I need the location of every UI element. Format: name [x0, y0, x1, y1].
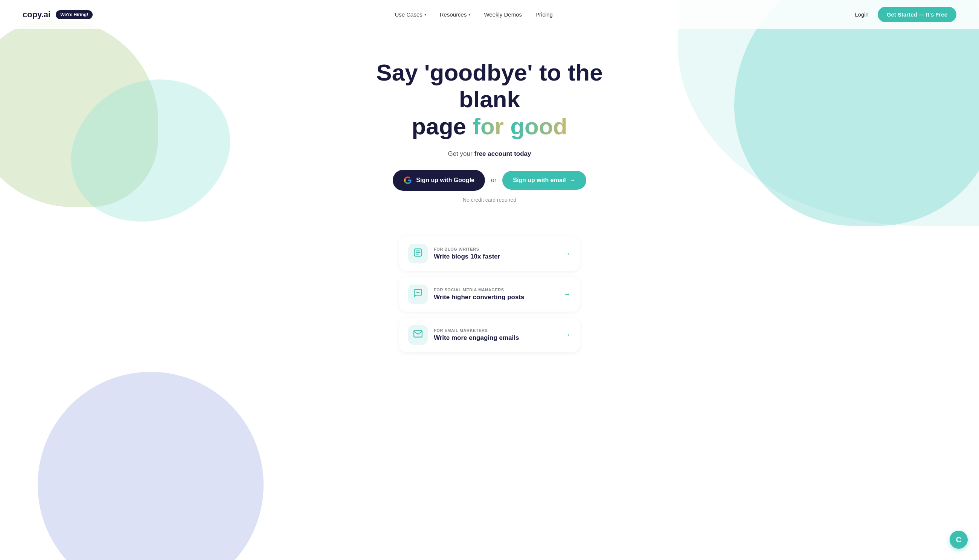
- feature-category-email: FOR EMAIL MARKETERS: [434, 328, 557, 333]
- feature-arrow-blog: →: [563, 249, 571, 258]
- nav-pricing-label: Pricing: [535, 11, 553, 18]
- hero-subtitle: Get your free account today: [448, 150, 531, 158]
- nav-resources-label: Resources: [440, 11, 467, 18]
- feature-arrow-social: →: [563, 290, 571, 298]
- feature-icon-wrap-email: [408, 325, 428, 345]
- feature-list: FOR BLOG WRITERS Write blogs 10x faster …: [399, 236, 580, 352]
- or-separator: or: [491, 177, 496, 184]
- chat-widget-icon: C: [956, 535, 961, 544]
- logo[interactable]: copy.ai: [23, 10, 50, 20]
- login-button[interactable]: Login: [855, 11, 869, 18]
- feature-arrow-email: →: [563, 330, 571, 339]
- blog-icon: [413, 248, 423, 260]
- feature-title-blog: Write blogs 10x faster: [434, 253, 557, 260]
- feature-icon-wrap-social: [408, 285, 428, 304]
- signup-google-button[interactable]: Sign up with Google: [393, 170, 485, 191]
- nav-right: Login Get Started — It's Free: [855, 7, 956, 22]
- chat-widget-button[interactable]: C: [950, 531, 968, 549]
- feature-card-social[interactable]: FOR SOCIAL MEDIA MANAGERS Write higher c…: [399, 277, 580, 312]
- get-started-button[interactable]: Get Started — It's Free: [878, 7, 956, 22]
- feature-title-social: Write higher converting posts: [434, 293, 557, 301]
- nav-resources[interactable]: Resources ▾: [440, 11, 471, 18]
- navbar: copy.ai We're Hiring! Use Cases ▾ Resour…: [0, 0, 979, 29]
- no-credit-text: No credit card required: [463, 197, 516, 203]
- signup-email-label: Sign up with email: [513, 177, 566, 184]
- cta-row: Sign up with Google or Sign up with emai…: [393, 170, 586, 191]
- logo-text: copy.ai: [23, 10, 50, 20]
- feature-text-blog: FOR BLOG WRITERS Write blogs 10x faster: [434, 247, 557, 260]
- nav-use-cases[interactable]: Use Cases ▾: [394, 11, 426, 18]
- hero-title-for: for: [473, 113, 504, 139]
- hero-title-good: good: [510, 113, 568, 139]
- signup-google-label: Sign up with Google: [416, 177, 474, 184]
- hero-title: Say 'goodbye' to the blank page for good: [358, 59, 621, 140]
- hero-title-line2-prefix: page: [411, 113, 473, 139]
- google-icon: [403, 176, 412, 185]
- email-icon: [413, 329, 423, 341]
- feature-icon-wrap-blog: [408, 244, 428, 263]
- nav-center: Use Cases ▾ Resources ▾ Weekly Demos Pri…: [394, 11, 553, 18]
- nav-weekly-demos[interactable]: Weekly Demos: [484, 11, 522, 18]
- nav-use-cases-chevron: ▾: [424, 12, 426, 17]
- nav-pricing[interactable]: Pricing: [535, 11, 553, 18]
- nav-use-cases-label: Use Cases: [394, 11, 422, 18]
- hero-subtitle-bold: free account today: [474, 150, 531, 157]
- hero-subtitle-prefix: Get your: [448, 150, 474, 157]
- social-icon: [413, 288, 423, 300]
- feature-card-blog[interactable]: FOR BLOG WRITERS Write blogs 10x faster …: [399, 236, 580, 271]
- nav-left: copy.ai We're Hiring!: [23, 10, 93, 20]
- main-content: Say 'goodbye' to the blank page for good…: [0, 29, 979, 375]
- hero-title-line1: Say 'goodbye' to the blank: [376, 60, 603, 112]
- section-divider: [320, 221, 659, 221]
- feature-category-blog: FOR BLOG WRITERS: [434, 247, 557, 252]
- feature-text-email: FOR EMAIL MARKETERS Write more engaging …: [434, 328, 557, 342]
- nav-resources-chevron: ▾: [468, 12, 470, 17]
- feature-text-social: FOR SOCIAL MEDIA MANAGERS Write higher c…: [434, 288, 557, 301]
- feature-card-email[interactable]: FOR EMAIL MARKETERS Write more engaging …: [399, 318, 580, 352]
- hiring-badge[interactable]: We're Hiring!: [56, 10, 93, 19]
- feature-category-social: FOR SOCIAL MEDIA MANAGERS: [434, 288, 557, 292]
- arrow-icon: →: [570, 177, 576, 184]
- hero-title-space: [504, 113, 510, 139]
- blob-blue: [38, 372, 264, 560]
- nav-weekly-demos-label: Weekly Demos: [484, 11, 522, 18]
- feature-title-email: Write more engaging emails: [434, 334, 557, 342]
- signup-email-button[interactable]: Sign up with email →: [502, 171, 586, 190]
